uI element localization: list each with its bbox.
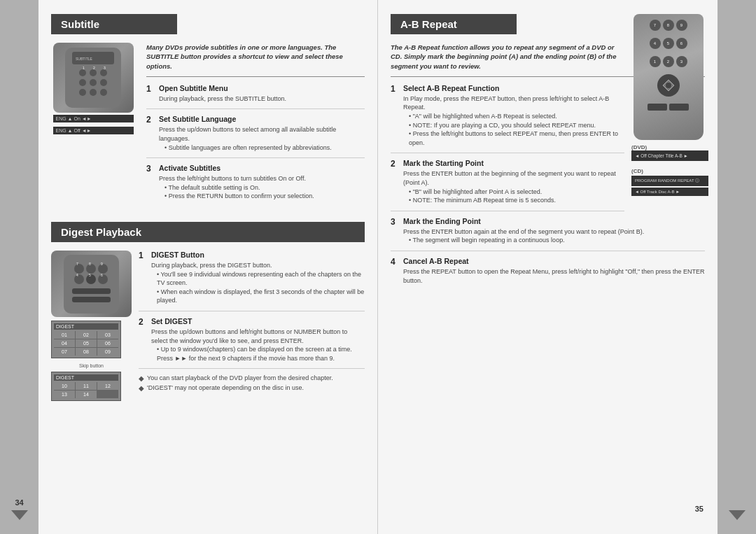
digest-header: Digest Playback [51,222,365,242]
digest-cell: 08 [76,348,97,356]
digest-grid-1: 010203040506070809 [54,331,118,356]
svg-point-21 [98,274,108,284]
digest-content: 7 8 9 4 5 6 DIGEST 010 [51,251,365,401]
remote-btn-2: 2 [663,56,674,67]
dvd-screen: ◄ Off Chapter Title A-B ► [631,150,708,161]
digest-grid-2: 1011121314 [54,382,118,398]
svg-text:1: 1 [83,66,85,70]
svg-text:7: 7 [76,262,78,266]
svg-rect-15 [64,255,119,314]
remote-btn-6: 6 [676,38,687,49]
cd-screen-container: (CD) PROGRAM RANDOM REPEAT ⓘ ◄ Off Track… [631,165,705,196]
remote-btn-5: 5 [663,38,674,49]
digest-cell: 03 [97,331,118,339]
digest-step-1: 1 DIGEST Button During playback, press t… [139,251,365,311]
right-page-num-container: 35 [695,505,704,513]
right-page-triangle [729,510,746,520]
svg-text:SUBTITLE: SUBTITLE [76,57,93,61]
dvd-screen-container: (DVD) ◄ Off Chapter Title A-B ► [631,144,705,161]
digest-cell: 09 [97,348,118,356]
diamond-icon-1: ◆ [139,374,144,382]
subtitle-header: Subtitle [51,14,177,34]
svg-point-5 [79,79,86,86]
subtitle-content: SUBTITLE 1 2 3 ENG ▲ On ◄► ENG ▲ Off ◄► [51,43,365,212]
main-content: Subtitle [38,0,718,534]
svg-point-18 [98,264,108,274]
page: 34 Subtitle [0,0,756,534]
digest-cell: 05 [76,339,97,347]
digest-images: 7 8 9 4 5 6 DIGEST 010 [51,251,132,401]
remote-btn-1: 1 [650,56,661,67]
left-strip: 34 [0,0,38,534]
remote-btn-4: 4 [650,38,661,49]
subtitle-step-3-bullets: The default subtitle setting is On. Pres… [159,183,365,201]
screen-strip-1: ENG ▲ On ◄► [53,115,134,122]
subtitle-text: Many DVDs provide subtitles in one or mo… [146,43,365,212]
ab-step-2: 2 Mark the Starting Point Press the ENTE… [391,159,624,211]
subtitle-step-2-bullets: Subtitle languages are often represented… [159,143,365,153]
subtitle-intro: Many DVDs provide subtitles in one or mo… [146,43,365,77]
digest-cell-2: 13 [54,391,75,398]
digest-cell: 02 [76,331,97,339]
digest-section: Digest Playback [51,222,365,401]
ab-step-4: 4 Cancel A-B Repeat Press the REPEAT but… [391,257,705,290]
remote-btn-7: 7 [650,20,661,31]
remote-btn-3: 3 [676,56,687,67]
digest-cell-2: 14 [76,391,97,398]
subtitle-step-1: 1 Open Subtitle Menu During playback, pr… [146,84,365,110]
right-images: 7 8 9 4 5 6 1 2 [631,14,705,196]
svg-text:3: 3 [104,66,106,70]
svg-point-2 [79,69,86,76]
skip-button-label: Skip button [51,363,132,368]
svg-point-8 [79,89,86,96]
digest-screen-2: DIGEST 1011121314 [51,372,121,401]
subtitle-step-2: 2 Set Subtitle Language Press the up/dow… [146,115,365,158]
remote-btn-9: 9 [676,20,687,31]
svg-point-6 [90,79,97,86]
svg-text:4: 4 [76,273,78,277]
svg-point-31 [666,83,671,88]
digest-screen-title-2: DIGEST [54,374,118,381]
digest-cell: 01 [54,331,75,339]
digest-cell: 07 [54,348,75,356]
ab-remote: 7 8 9 4 5 6 1 2 [634,14,704,140]
svg-point-10 [100,89,107,96]
digest-screen-title: DIGEST [54,323,118,330]
left-page-triangle [11,510,28,520]
right-page: A-B Repeat 7 8 9 4 5 6 [378,0,718,534]
digest-note-2: ◆ 'DIGEST' may not operate depending on … [139,384,365,392]
subtitle-images: SUBTITLE 1 2 3 ENG ▲ On ◄► ENG ▲ Off ◄► [51,43,135,212]
diamond-icon-2: ◆ [139,384,144,392]
svg-rect-22 [72,288,111,294]
right-strip [718,0,756,534]
digest-step-2: 2 Set DIGEST Press the up/down buttons a… [139,317,365,369]
svg-text:6: 6 [101,273,103,277]
svg-point-7 [100,79,107,86]
screen-strip-2: ENG ▲ Off ◄► [53,127,134,134]
svg-text:8: 8 [89,262,91,266]
digest-cell-2: 11 [76,382,97,390]
svg-point-17 [86,264,96,274]
svg-text:9: 9 [101,262,103,266]
digest-cell: 04 [54,339,75,347]
ab-repeat-header: A-B Repeat [391,14,517,34]
left-page: Subtitle [38,0,378,534]
ab-step-3: 3 Mark the Ending Point Press the ENTER … [391,217,705,251]
digest-cell: 06 [97,339,118,347]
svg-point-20 [86,274,96,284]
cd-label: (CD) [631,168,705,174]
cd-screen-row2: ◄ Off Track Disc A-B ► [631,188,708,196]
cd-screen-row1: PROGRAM RANDOM REPEAT ⓘ [631,176,708,186]
ab-step-1: 1 Select A-B Repeat Function In Play mod… [391,84,624,154]
digest-cell-2: 12 [97,382,118,390]
digest-remote: 7 8 9 4 5 6 [51,251,132,317]
svg-point-3 [90,69,97,76]
digest-screen-1: DIGEST 010203040506070809 [51,321,121,358]
digest-note-1: ◆ You can start playback of the DVD play… [139,374,365,382]
svg-point-4 [100,69,107,76]
digest-steps: 1 DIGEST Button During playback, press t… [139,251,365,401]
dvd-label: (DVD) [631,144,705,150]
digest-cell-2: 10 [54,382,75,390]
svg-text:5: 5 [89,273,91,277]
subtitle-step-3: 3 Activate Subtitles Press the left/righ… [146,164,365,206]
